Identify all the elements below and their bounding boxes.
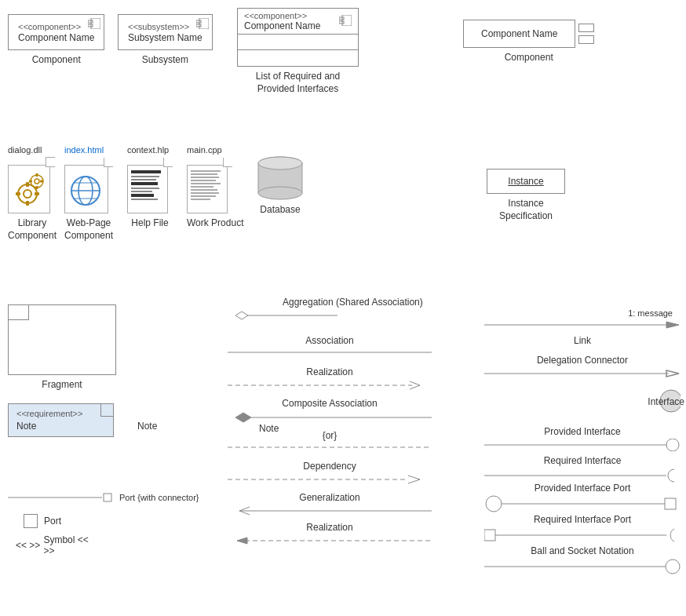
svg-rect-55 <box>665 498 676 509</box>
ball-socket-wrapper: Ball and Socket Notation <box>484 545 681 578</box>
comp-interfaces-icon <box>339 15 352 28</box>
component-basic-stereotype: <<component>> <box>18 22 81 31</box>
subsystem-label: Subsystem <box>118 54 213 65</box>
fragment-label: Fragment <box>8 379 116 390</box>
help-file-label: Help File <box>127 217 173 228</box>
webpage-component-wrapper: index.html Web-PageComponent <box>64 145 113 242</box>
svg-rect-8 <box>339 21 344 24</box>
link-message: 1: message <box>484 308 681 318</box>
svg-rect-20 <box>40 180 43 183</box>
globe-icon <box>65 167 106 211</box>
symbol-main-label: Symbol <<>> <box>43 534 88 556</box>
required-interface-label: Required Interface <box>484 455 681 466</box>
association-line <box>228 348 432 357</box>
link-label: Link <box>484 335 681 346</box>
gears-icon <box>10 169 49 211</box>
provided-interface-label: Provided Interface <box>484 426 681 437</box>
component-icon <box>88 18 100 31</box>
svg-point-53 <box>486 496 502 512</box>
provided-interface-port-label: Provided Interface Port <box>484 483 681 494</box>
provided-interface-wrapper: Provided Interface <box>484 426 681 454</box>
association-wrapper: Association <box>228 335 432 359</box>
database-icon <box>253 148 308 202</box>
comp-bracket-wrapper: Component Name Component <box>463 20 594 63</box>
subsystem-icon <box>196 18 209 31</box>
ball-socket-label: Ball and Socket Notation <box>484 545 681 556</box>
instance-name: Instance <box>502 176 550 187</box>
port-box-icon <box>24 514 38 528</box>
library-component-label: LibraryComponent <box>8 217 57 242</box>
interface-wrapper: Interface <box>484 388 681 416</box>
realization2-line <box>228 534 432 547</box>
component-basic-name: Component Name <box>18 32 94 43</box>
dependency-line <box>228 473 432 486</box>
required-interface-wrapper: Required Interface <box>484 455 681 486</box>
generalization-wrapper: Generalization <box>228 492 432 519</box>
svg-marker-46 <box>666 322 679 328</box>
webpage-component-label: Web-PageComponent <box>64 217 113 242</box>
provided-interface-port-wrapper: Provided Interface Port <box>484 483 681 515</box>
or-label: {or} <box>228 430 432 441</box>
realization2-label: Realization <box>228 522 432 533</box>
interface-label: Interface <box>648 396 684 407</box>
association-label: Association <box>228 335 432 346</box>
composite-label: Composite Association <box>228 398 432 409</box>
component-basic-wrapper: <<component>> Component Name Component <box>8 14 104 65</box>
fragment-wrapper: Fragment <box>8 304 116 390</box>
instance-spec-wrapper: Instance InstanceSpecification <box>487 169 565 222</box>
comp-interfaces-stereotype: <<component>> <box>244 11 320 20</box>
comp-interfaces-label: List of Required andProvided Interfaces <box>237 71 359 95</box>
svg-rect-17 <box>36 173 38 177</box>
port-connector-line <box>8 490 118 505</box>
svg-point-51 <box>666 439 679 451</box>
note-stereotype: <<requirement>> <box>16 409 97 418</box>
required-interface-symbol <box>484 468 681 483</box>
or-wrapper: {or} <box>228 430 432 454</box>
realization-line <box>228 379 432 392</box>
aggregation-label <box>228 308 338 323</box>
subsystem-name: Subsystem Name <box>128 32 203 43</box>
svg-point-58 <box>666 560 680 574</box>
realization2-wrapper: Realization <box>228 522 432 549</box>
work-product-filename: main.cpp <box>187 145 243 155</box>
composite-wrapper: Composite Association <box>228 398 432 427</box>
delegation-wrapper: Delegation Connector <box>484 355 681 382</box>
svg-rect-12 <box>26 201 29 206</box>
generalization-line <box>228 505 432 517</box>
svg-rect-6 <box>342 15 352 26</box>
required-interface-port-label: Required Interface Port <box>484 514 681 525</box>
svg-rect-1 <box>88 20 93 23</box>
generalization-label: Generalization <box>228 492 432 503</box>
svg-rect-19 <box>29 180 32 183</box>
dependency-label: Dependency <box>228 461 432 472</box>
svg-point-10 <box>24 190 31 198</box>
symbol-label: << >> <box>16 540 40 551</box>
or-line <box>228 443 432 452</box>
aggregation-text-label: Aggregation (Shared Association) <box>283 297 423 308</box>
comp-interfaces-name: Component Name <box>244 20 320 31</box>
svg-rect-33 <box>104 494 111 501</box>
aggregation-line <box>228 308 338 323</box>
svg-rect-5 <box>196 24 201 27</box>
subsystem-stereotype: <<subsystem>> <box>128 22 189 31</box>
database-label: Database <box>253 204 308 215</box>
required-interface-port-wrapper: Required Interface Port <box>484 514 681 546</box>
port-box-label: Port <box>44 516 61 527</box>
svg-rect-2 <box>88 24 93 27</box>
svg-rect-11 <box>26 182 29 187</box>
svg-point-28 <box>258 187 302 199</box>
svg-marker-38 <box>235 413 251 422</box>
svg-point-16 <box>35 179 39 184</box>
work-product-label: Work Product <box>187 217 243 228</box>
work-product-wrapper: main.cpp Work Product <box>187 145 243 228</box>
port-with-connector-label: Port {with connector} <box>119 493 199 502</box>
provided-interface-symbol <box>484 439 681 451</box>
svg-rect-18 <box>36 186 38 189</box>
comp-bracket-label: Component <box>463 52 594 63</box>
svg-rect-4 <box>196 20 201 23</box>
help-filename: context.hlp <box>127 145 173 155</box>
composite-line <box>228 410 432 425</box>
delegation-line <box>484 367 681 380</box>
svg-rect-0 <box>91 18 100 29</box>
instance-spec-label: InstanceSpecification <box>487 198 565 222</box>
